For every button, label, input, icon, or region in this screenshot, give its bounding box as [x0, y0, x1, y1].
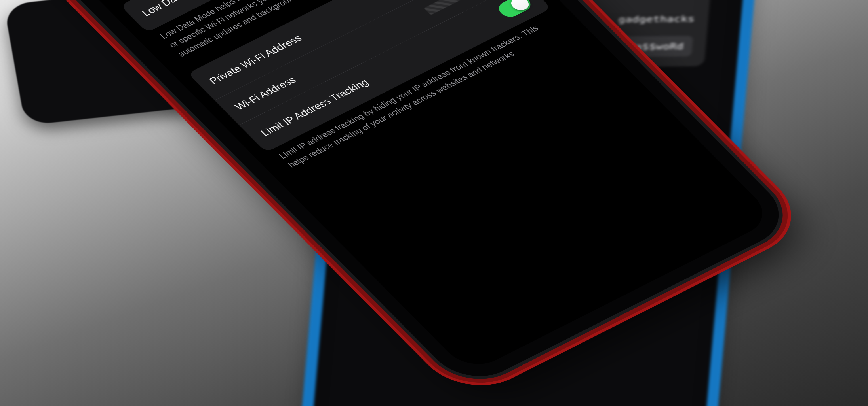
username-value[interactable]: gadgethacks [618, 13, 695, 24]
photo-scene: ‹ Passwords Edit work.hotspot Last modif… [0, 0, 868, 406]
limit-ip-toggle[interactable] [495, 0, 534, 20]
